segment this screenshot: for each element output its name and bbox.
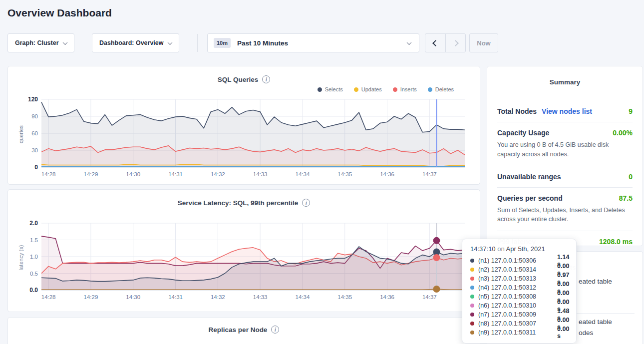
time-back-button[interactable] bbox=[425, 34, 445, 52]
time-forward-button bbox=[445, 34, 465, 52]
chevron-down-icon bbox=[167, 40, 172, 45]
summary-qps: Queries per second 87.5 Sum of Selects, … bbox=[497, 187, 633, 231]
service-latency-panel: Service Latency: SQL, 99th percentile i … bbox=[7, 189, 480, 312]
node-dot-icon bbox=[470, 304, 474, 308]
svg-text:14:31: 14:31 bbox=[168, 171, 183, 177]
view-nodes-list-link[interactable]: View nodes list bbox=[542, 107, 592, 115]
latency-y-axis-label: latency (s) bbox=[18, 238, 24, 278]
svg-text:2.0: 2.0 bbox=[29, 220, 38, 227]
svg-text:14:36: 14:36 bbox=[380, 294, 394, 300]
svg-text:14:36: 14:36 bbox=[380, 171, 394, 177]
svg-text:14:35: 14:35 bbox=[337, 171, 352, 177]
svg-text:14:31: 14:31 bbox=[168, 294, 183, 300]
selects-dot-icon bbox=[318, 87, 322, 92]
info-icon[interactable]: i bbox=[271, 326, 279, 334]
sql-queries-title: SQL Queries bbox=[218, 76, 259, 83]
event-text-fragment: eated table bbox=[579, 278, 612, 285]
svg-text:14:30: 14:30 bbox=[126, 171, 140, 177]
tooltip-node-label: (n8) 127.0.0.1:50307 bbox=[478, 320, 553, 327]
event-text-fragment: eated table bbox=[579, 318, 612, 326]
chevron-right-icon bbox=[452, 40, 459, 46]
svg-text:14:29: 14:29 bbox=[84, 294, 98, 300]
sql-queries-legend: Selects Updates Inserts Deletes bbox=[318, 86, 454, 92]
legend-item-selects: Selects bbox=[318, 86, 343, 92]
node-dot-icon bbox=[470, 268, 474, 272]
tooltip-row: (n3) 127.0.0.1:503130.97 s bbox=[470, 274, 570, 283]
summary-title: Summary bbox=[497, 78, 633, 86]
tooltip-row: (n4) 127.0.0.1:503120.00 s bbox=[470, 283, 570, 292]
toolbar-divider bbox=[197, 34, 198, 52]
chart-tooltip-rows: (n1) 127.0.0.1:503061.14 s(n2) 127.0.0.1… bbox=[470, 256, 570, 337]
svg-text:14:29: 14:29 bbox=[84, 171, 98, 177]
node-dot-icon bbox=[470, 277, 474, 281]
tooltip-row: (n2) 127.0.0.1:503140.00 s bbox=[470, 265, 570, 274]
total-nodes-value: 9 bbox=[629, 107, 633, 115]
chevron-down-icon bbox=[62, 40, 67, 45]
info-icon[interactable]: i bbox=[262, 75, 270, 83]
tooltip-row: (n9) 127.0.0.1:503110.00 s bbox=[470, 328, 570, 337]
svg-text:60: 60 bbox=[31, 130, 38, 136]
time-range-label: Past 10 Minutes bbox=[237, 39, 401, 47]
capacity-value: 0.00% bbox=[613, 129, 633, 137]
svg-text:14:35: 14:35 bbox=[337, 294, 352, 300]
chevron-left-icon bbox=[432, 40, 439, 46]
inserts-dot-icon bbox=[393, 87, 397, 92]
svg-text:14:32: 14:32 bbox=[211, 171, 225, 177]
replicas-per-node-title: Replicas per Node bbox=[209, 326, 268, 334]
legend-item-updates: Updates bbox=[354, 86, 382, 92]
tooltip-node-label: (n7) 127.0.0.1:50309 bbox=[478, 311, 553, 318]
chart-tooltip: 14:37:10 on Apr 5th, 2021 (n1) 127.0.0.1… bbox=[462, 239, 577, 344]
svg-text:120: 120 bbox=[28, 96, 38, 103]
tooltip-node-label: (n3) 127.0.0.1:50313 bbox=[478, 275, 553, 282]
p99-latency-value: 1208.0 ms bbox=[599, 238, 633, 246]
node-dot-icon bbox=[470, 286, 474, 290]
legend-item-deletes: Deletes bbox=[428, 86, 454, 92]
service-latency-chart[interactable]: 0.00.51.01.52.014:2814:2914:3014:3114:32… bbox=[25, 220, 475, 306]
time-range-dropdown[interactable]: 10m Past 10 Minutes bbox=[207, 33, 419, 52]
svg-text:90: 90 bbox=[31, 113, 38, 119]
tooltip-node-label: (n6) 127.0.0.1:50310 bbox=[478, 302, 553, 309]
node-dot-icon bbox=[470, 259, 474, 263]
node-dot-icon bbox=[470, 295, 474, 299]
node-dot-icon bbox=[470, 322, 474, 326]
tooltip-node-label: (n5) 127.0.0.1:50308 bbox=[478, 293, 553, 300]
summary-panel: Summary Total Nodes View nodes list 9 Ca… bbox=[487, 66, 643, 246]
now-button: Now bbox=[469, 33, 498, 52]
svg-text:14:33: 14:33 bbox=[253, 171, 268, 177]
legend-item-inserts: Inserts bbox=[393, 86, 417, 92]
tooltip-node-label: (n9) 127.0.0.1:50311 bbox=[478, 329, 553, 336]
dashboard-dropdown[interactable]: Dashboard: Overview bbox=[92, 33, 179, 52]
tooltip-node-label: (n2) 127.0.0.1:50314 bbox=[478, 266, 553, 273]
tooltip-node-label: (n4) 127.0.0.1:50312 bbox=[478, 284, 553, 291]
event-text-fragment: odes bbox=[579, 329, 593, 337]
svg-text:0.5: 0.5 bbox=[30, 271, 38, 277]
summary-total-nodes: Total Nodes View nodes list 9 bbox=[497, 101, 633, 122]
deletes-dot-icon bbox=[428, 87, 432, 92]
updates-dot-icon bbox=[354, 87, 358, 92]
svg-text:14:28: 14:28 bbox=[41, 294, 56, 300]
graph-dropdown[interactable]: Graph: Cluster bbox=[7, 33, 74, 52]
svg-text:14:30: 14:30 bbox=[126, 294, 140, 300]
tooltip-node-value: 0.00 s bbox=[557, 326, 570, 340]
svg-text:0: 0 bbox=[34, 164, 38, 171]
sql-queries-chart[interactable]: 030609012014:2814:2914:3014:3114:3214:33… bbox=[25, 96, 475, 182]
svg-text:0.0: 0.0 bbox=[29, 287, 38, 294]
time-step-group bbox=[425, 33, 466, 52]
node-dot-icon bbox=[470, 313, 474, 317]
tooltip-row: (n6) 127.0.0.1:503100.00 s bbox=[470, 301, 570, 310]
tooltip-row: (n5) 127.0.0.1:503080.00 s bbox=[470, 292, 570, 301]
svg-text:14:33: 14:33 bbox=[253, 294, 268, 300]
svg-text:14:32: 14:32 bbox=[211, 294, 225, 300]
tooltip-timestamp: 14:37:10 on Apr 5th, 2021 bbox=[470, 245, 570, 253]
svg-text:14:34: 14:34 bbox=[296, 294, 310, 300]
summary-capacity: Capacity Usage 0.00% You are using 0 B o… bbox=[497, 122, 633, 166]
page-title: Overview Dashboard bbox=[7, 7, 112, 19]
node-dot-icon bbox=[470, 331, 474, 335]
info-icon[interactable]: i bbox=[302, 199, 310, 207]
replicas-per-node-panel: Replicas per Node i bbox=[7, 317, 480, 344]
svg-text:30: 30 bbox=[31, 147, 38, 153]
tooltip-node-label: (n1) 127.0.0.1:50306 bbox=[478, 257, 553, 264]
svg-text:14:34: 14:34 bbox=[296, 171, 310, 177]
unavailable-ranges-value: 0 bbox=[629, 173, 633, 181]
chevron-down-icon bbox=[407, 40, 412, 45]
